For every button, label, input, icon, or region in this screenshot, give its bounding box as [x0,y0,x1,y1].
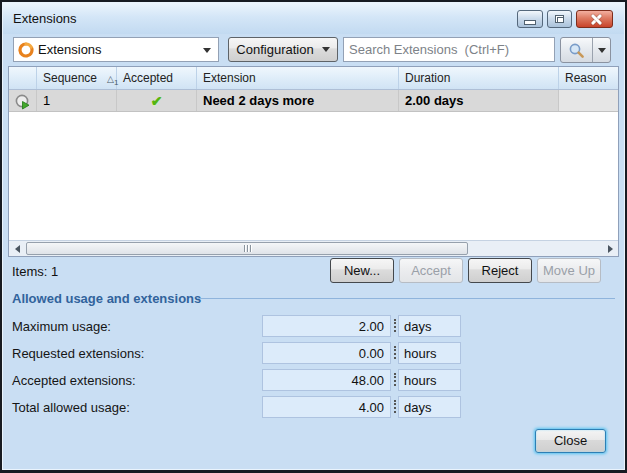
arrow-right-icon [608,245,613,253]
titlebar[interactable]: Extensions [3,3,624,34]
new-button[interactable]: New... [330,258,394,283]
grid-empty-area [9,112,618,240]
chevron-down-icon [203,48,211,53]
restore-icon [555,15,564,23]
move-up-button[interactable]: Move Up [537,258,601,283]
close-window-button[interactable] [576,10,613,28]
requested-extensions-unit[interactable]: hours [398,342,461,364]
section-divider [198,298,615,299]
view-selector-value: Extensions [38,42,102,57]
requested-extensions-label: Requested extensions: [12,346,144,361]
spin-separator-icon [394,319,396,332]
column-header-reason[interactable]: Reason [559,67,618,89]
requested-extensions-value[interactable]: 0.00 [262,342,391,364]
extensions-grid: Sequence△1 Accepted Extension Duration R… [8,66,619,257]
arrow-left-icon [15,245,20,253]
search-icon [568,42,585,59]
minimize-button[interactable] [517,10,543,28]
chevron-down-icon [598,48,606,53]
maximum-usage-value[interactable]: 2.00 [262,315,391,337]
search-input[interactable] [343,37,555,62]
spin-separator-icon [394,346,396,359]
maximum-usage-label: Maximum usage: [12,319,111,334]
configuration-button[interactable]: Configuration [228,37,338,62]
accepted-extensions-value[interactable]: 48.00 [262,369,391,391]
table-row[interactable]: 1 ✔ Need 2 days more 2.00 days [9,90,618,112]
scroll-right-button[interactable] [602,241,618,256]
configuration-label: Configuration [236,42,313,57]
window-title: Extensions [13,11,77,26]
extensions-ring-icon [18,42,34,58]
total-allowed-usage-unit[interactable]: days [398,396,461,418]
accepted-extensions-unit[interactable]: hours [398,369,461,391]
minimize-icon [525,21,535,24]
scrollbar-thumb[interactable] [26,242,468,255]
horizontal-scrollbar[interactable] [9,240,618,256]
total-allowed-usage-value[interactable]: 4.00 [262,396,391,418]
cell-extension: Need 2 days more [197,90,399,111]
search-options-dropdown[interactable] [593,48,610,53]
scroll-left-button[interactable] [9,241,25,256]
row-indicator-cell [9,90,37,111]
total-allowed-usage-label: Total allowed usage: [12,400,130,415]
section-title-allowed-usage: Allowed usage and extensions [12,291,201,306]
cell-sequence: 1 [37,90,117,111]
column-header-indicator[interactable] [9,67,37,89]
search-split-button[interactable] [560,37,611,63]
active-row-icon [15,94,31,110]
close-icon [590,14,601,25]
column-header-duration[interactable]: Duration [399,67,559,89]
maximum-usage-unit[interactable]: days [398,315,461,337]
extensions-dialog: Extensions Extensions Configuration [0,0,627,473]
accept-button[interactable]: Accept [399,258,463,283]
reject-button[interactable]: Reject [468,258,532,283]
search-go-button[interactable] [561,38,593,62]
check-icon: ✔ [151,93,163,109]
cell-duration: 2.00 days [399,90,559,111]
spin-separator-icon [394,400,396,413]
spin-separator-icon [394,373,396,386]
cell-reason [559,90,618,111]
close-button[interactable]: Close [535,429,606,453]
items-count: Items: 1 [12,264,58,279]
cell-accepted: ✔ [117,90,197,111]
chevron-down-icon [322,47,330,52]
restore-button[interactable] [547,10,572,28]
grid-header: Sequence△1 Accepted Extension Duration R… [9,67,618,90]
column-header-extension[interactable]: Extension [197,67,399,89]
view-selector-dropdown[interactable]: Extensions [13,37,219,62]
column-header-sequence[interactable]: Sequence△1 [37,67,117,89]
column-header-accepted[interactable]: Accepted [117,67,197,89]
accepted-extensions-label: Accepted extensions: [12,373,136,388]
